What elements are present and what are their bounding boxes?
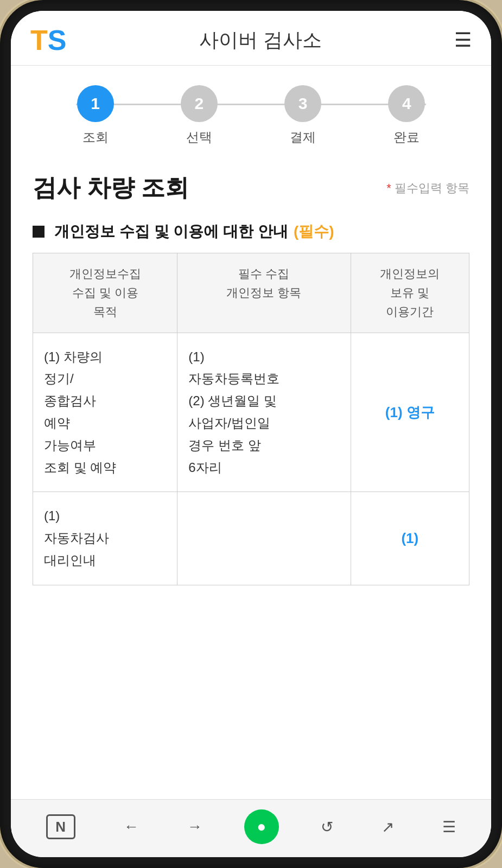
privacy-header-text: 개인정보 수집 및 이용에 대한 안내	[54, 221, 288, 242]
table-cell-period-2: (1)	[351, 492, 469, 585]
step-1-label: 조회	[82, 129, 109, 146]
step-4: 4 완료	[355, 85, 459, 146]
page-title: 검사 차량 조회	[33, 172, 189, 204]
step-4-label: 완료	[393, 129, 420, 146]
privacy-table: 개인정보수집수집 및 이용목적 필수 수집개인정보 항목 개인정보의보유 및이용…	[33, 253, 469, 585]
step-2-label: 선택	[186, 129, 212, 146]
home-icon: ●	[257, 818, 266, 835]
back-icon: ←	[124, 818, 139, 835]
logo-t: T	[30, 26, 48, 54]
step-1: 1 조회	[43, 85, 147, 146]
section-title: 검사 차량 조회 * 필수입력 항목	[33, 172, 469, 204]
step-2-circle: 2	[181, 85, 218, 122]
logo-s: S	[48, 26, 67, 54]
table-header-3: 개인정보의보유 및이용기간	[351, 253, 469, 333]
table-row: (1) 차량의정기/종합검사예약가능여부조회 및 예약 (1)자동차등록번호(2…	[33, 333, 469, 492]
nav-forward-button[interactable]: →	[181, 814, 209, 840]
n-icon: N	[46, 814, 75, 839]
table-header-2: 필수 수집개인정보 항목	[177, 253, 351, 333]
privacy-required: (필수)	[294, 221, 334, 242]
required-note: * 필수입력 항목	[386, 180, 469, 196]
table-cell-period-1: (1) 영구	[351, 333, 469, 492]
nav-menu-button[interactable]: ☰	[436, 814, 462, 840]
step-3-label: 결제	[290, 129, 316, 146]
table-cell-items-1: (1)자동차등록번호(2) 생년월일 및사업자/법인일경우 번호 앞6자리	[177, 333, 351, 492]
menu-icon[interactable]: ☰	[454, 30, 472, 50]
header: T S 사이버 검사소 ☰	[11, 11, 491, 66]
share-icon: ↗	[382, 818, 394, 836]
nav-refresh-button[interactable]: ↺	[314, 814, 340, 840]
nav-n-button[interactable]: N	[40, 810, 82, 844]
bottom-nav: N ← → ● ↺ ↗ ☰	[11, 799, 491, 857]
logo: T S	[30, 26, 66, 54]
square-icon	[33, 226, 45, 238]
forward-icon: →	[187, 818, 202, 835]
table-row-2: (1)자동차검사대리인내 (1)	[33, 492, 469, 585]
phone-screen: T S 사이버 검사소 ☰ 1 조회 2	[11, 11, 491, 857]
main-content: 1 조회 2 선택 3 결제	[11, 66, 491, 799]
table-cell-purpose-2: (1)자동차검사대리인내	[33, 492, 177, 585]
step-indicator: 1 조회 2 선택 3 결제	[33, 85, 469, 146]
app-title: 사이버 검사소	[199, 27, 322, 54]
step-1-circle: 1	[77, 85, 114, 122]
privacy-header: 개인정보 수집 및 이용에 대한 안내 (필수)	[33, 221, 469, 242]
nav-share-button[interactable]: ↗	[375, 814, 401, 840]
refresh-icon: ↺	[321, 818, 333, 836]
step-4-circle: 4	[388, 85, 425, 122]
table-cell-items-2	[177, 492, 351, 585]
step-2: 2 선택	[147, 85, 251, 146]
table-cell-purpose-1: (1) 차량의정기/종합검사예약가능여부조회 및 예약	[33, 333, 177, 492]
nav-menu-icon: ☰	[442, 818, 456, 836]
step-3-circle: 3	[284, 85, 321, 122]
table-header-1: 개인정보수집수집 및 이용목적	[33, 253, 177, 333]
step-3: 3 결제	[251, 85, 355, 146]
nav-back-button[interactable]: ←	[117, 814, 145, 840]
nav-home-button[interactable]: ●	[244, 809, 279, 844]
phone-frame: T S 사이버 검사소 ☰ 1 조회 2	[0, 0, 502, 868]
